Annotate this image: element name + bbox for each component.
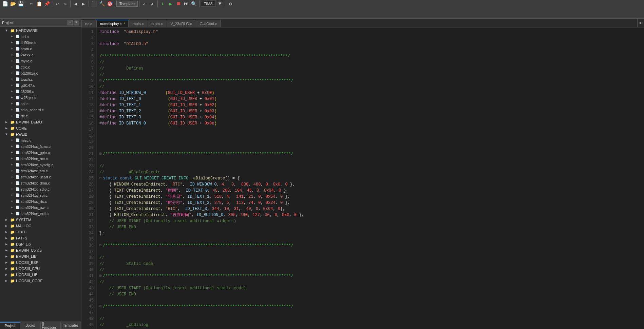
code-line-30: { TEXT_CreateIndirect, "RTC", ID_TEXT_3,… xyxy=(99,206,641,212)
build-icon[interactable]: 🔨 xyxy=(98,0,106,7)
code-line-7: // Defines xyxy=(99,65,641,72)
download-icon[interactable]: ⬇ xyxy=(159,0,167,7)
tab-numdisplay[interactable]: numdisplay.c * xyxy=(96,20,129,27)
sidebar-close[interactable]: × xyxy=(74,20,79,25)
tab-books[interactable]: Books xyxy=(20,322,41,329)
tree-item-emwin-config[interactable]: ▶ 📁 EMWIN_Config xyxy=(0,247,81,253)
tree-item-text[interactable]: ▶ 📁 TEXT xyxy=(0,229,81,235)
main-layout: Project − × ▼ 📁 HARDWARE + 📄 led.c xyxy=(0,19,644,329)
tab-main[interactable]: main.c xyxy=(129,20,147,27)
code-line-26: { WINDOW_CreateIndirect, "RTC", ID_WINDO… xyxy=(99,181,641,188)
target-icon[interactable]: 🎯 xyxy=(106,0,113,7)
tab-templates[interactable]: Templates xyxy=(61,322,81,329)
copy-icon[interactable]: 📋 xyxy=(35,0,43,7)
tree-item-ucosiii-cpu[interactable]: ▶ 📁 UCOSIII_CPU xyxy=(0,266,81,272)
tab-v23adlg[interactable]: V_23aDLG.c xyxy=(167,20,195,27)
tree-item-spi2[interactable]: + 📄 stm32f4xx_spi.c xyxy=(0,192,81,198)
cross-icon[interactable]: ✗ xyxy=(149,0,156,7)
tab-guiconf[interactable]: GUIConf.c xyxy=(196,20,221,27)
tree-item-sdio[interactable]: + 📄 sdio_sdcard.c xyxy=(0,107,81,113)
tree-item-24cxx[interactable]: + 📄 24cxx.c xyxy=(0,52,81,58)
code-line-48: // xyxy=(99,316,641,322)
tree-item-ucosiii-lib[interactable]: ▶ 📁 UCOSIII_LIB xyxy=(0,272,81,278)
tims-label: TIMS xyxy=(201,1,216,7)
tree-item-hardware[interactable]: ▼ 📁 HARDWARE xyxy=(0,27,81,34)
tree-item-touch[interactable]: + 📄 touch.c xyxy=(0,76,81,82)
tab-v23adlg-label: V_23aDLG.c xyxy=(170,22,192,26)
step-over-icon[interactable]: ⏭ xyxy=(183,0,190,7)
stop-icon[interactable]: ⏹ xyxy=(175,0,182,7)
tree-item-ott2001a[interactable]: + 📄 ott2001a.c xyxy=(0,70,81,76)
tree-item-dsp[interactable]: ▶ 📁 DSP_Lib xyxy=(0,241,81,247)
template-button[interactable]: Template xyxy=(116,1,138,7)
tree-item-emwin-demo[interactable]: ▶ 📁 EMWIN_DEMO xyxy=(0,119,81,125)
run-icon[interactable]: ▶ xyxy=(167,0,174,7)
sidebar-minimize[interactable]: − xyxy=(68,20,73,25)
check-icon[interactable]: ✓ xyxy=(141,0,148,7)
tree-item-ili93xx[interactable]: + 📄 ILI93xx.c xyxy=(0,40,81,46)
tree-item-sdio2[interactable]: + 📄 stm32f4xx_sdio.c xyxy=(0,186,81,192)
code-line-43: // USER START (Optionally insert additio… xyxy=(99,285,641,291)
tab-functions[interactable]: {} Functions xyxy=(41,322,61,329)
tree-item-fsmc[interactable]: + 📄 stm32f4xx_fsmc.c xyxy=(0,143,81,150)
tree-item-misc[interactable]: + 📄 misc.c xyxy=(0,137,81,143)
tab-sram[interactable]: sram.c xyxy=(148,20,166,27)
tree-item-malloc[interactable]: ▶ 📁 MALLOC xyxy=(0,223,81,229)
tab-scroll-right[interactable]: ▶ xyxy=(637,19,644,27)
code-line-44: // USER END xyxy=(99,291,641,297)
tree-item-rtc[interactable]: + 📄 rtc.c xyxy=(0,113,81,119)
tree-item-dma[interactable]: + 📄 stm32f4xx_dma.c xyxy=(0,180,81,186)
code-line-6: // xyxy=(99,59,641,65)
tree-item-syscfg[interactable]: + 📄 stm32f4xx_syscfg.c xyxy=(0,162,81,168)
code-line-11: #define ID_WINDOW_0 (GUI_ID_USER + 0x00) xyxy=(99,90,641,96)
tree-item-system[interactable]: ▶ 📁 SYSTEM xyxy=(0,217,81,223)
tree-item-gpio[interactable]: + 📄 stm32f4xx_gpio.c xyxy=(0,150,81,156)
tree-item-sram[interactable]: + 📄 sram.c xyxy=(0,46,81,52)
tree-item-ucosiii-core[interactable]: ▶ 📁 UCOSIII_CORE xyxy=(0,278,81,284)
new-file-icon[interactable]: 📄 xyxy=(1,0,9,7)
tree-item-w25qxx[interactable]: + 📄 w25qxx.c xyxy=(0,95,81,101)
save-icon[interactable]: 💾 xyxy=(17,0,24,7)
back-icon[interactable]: ◀ xyxy=(72,0,79,7)
code-line-13: #define ID_TEXT_1 (GUI_ID_USER + 0x02) xyxy=(99,102,641,108)
tree-item-emwin-lib[interactable]: ▶ 📁 EMWIN_LIB xyxy=(0,253,81,259)
undo-icon[interactable]: ↩ xyxy=(54,0,61,7)
code-line-27: { TEXT_CreateIndirect, "时间", ID_TEXT_0, … xyxy=(99,188,641,194)
sep7 xyxy=(157,0,158,7)
code-line-15: #define ID_TEXT_3 (GUI_ID_USER + 0x04) xyxy=(99,114,641,120)
sep5 xyxy=(115,0,115,7)
tree-item-fatfs[interactable]: ▶ 📁 FATFS xyxy=(0,235,81,241)
tree-item-ucosii-bsp[interactable]: ▶ 📁 UCOSII_BSP xyxy=(0,259,81,266)
tree-item-tim[interactable]: + 📄 stm32f4xx_tim.c xyxy=(0,168,81,174)
tree-item-pwr[interactable]: + 📄 stm32f4xx_pwr.c xyxy=(0,205,81,211)
code-line-42: // xyxy=(99,279,641,285)
tab-project[interactable]: Project xyxy=(0,322,20,329)
tree-item-ctiic[interactable]: + 📄 ctiic.c xyxy=(0,64,81,70)
tree-item-usart[interactable]: + 📄 stm32f4xx_usart.c xyxy=(0,174,81,180)
paste-icon[interactable]: 📌 xyxy=(43,0,51,7)
code-line-19 xyxy=(99,139,641,145)
tree-item-exti[interactable]: + 📄 stm32f4xx_exti.c xyxy=(0,211,81,217)
tab-rtc[interactable]: rtc.c xyxy=(81,20,96,27)
tree-item-spi[interactable]: + 📄 spi.c xyxy=(0,101,81,107)
code-line-2 xyxy=(99,35,641,41)
cut-icon[interactable]: ✂ xyxy=(27,0,35,7)
tree-item-core[interactable]: ▶ 📁 CORE xyxy=(0,125,81,131)
search-icon[interactable]: 🔍 xyxy=(190,0,198,7)
tree-item-myiic[interactable]: + 📄 myiic.c xyxy=(0,58,81,64)
tree-item-rcc[interactable]: + 📄 stm32f4xx_rcc.c xyxy=(0,156,81,162)
tims-dropdown-icon[interactable]: ▼ xyxy=(216,0,224,7)
tab-sram-label: sram.c xyxy=(151,22,163,26)
settings-icon[interactable]: ⚙ xyxy=(227,0,234,7)
code-content[interactable]: #include "numdisplay.h" #include "DIALOG… xyxy=(97,27,644,329)
code-line-39: // Static code xyxy=(99,261,641,267)
tree-item-ft5206[interactable]: + 📄 ft5206.c xyxy=(0,89,81,95)
redo-icon[interactable]: ↪ xyxy=(61,0,69,7)
tree-item-gt9147[interactable]: + 📄 gt9147.c xyxy=(0,82,81,89)
debug-icon[interactable]: ⬛ xyxy=(90,0,98,7)
tree-item-fwlib[interactable]: ▼ 📁 FWLIB xyxy=(0,131,81,137)
tree-item-rtc2[interactable]: + 📄 stm32f4xx_rtc.c xyxy=(0,198,81,205)
forward-icon[interactable]: ▶ xyxy=(80,0,87,7)
tree-item-led[interactable]: + 📄 led.c xyxy=(0,34,81,40)
open-icon[interactable]: 📂 xyxy=(9,0,17,7)
